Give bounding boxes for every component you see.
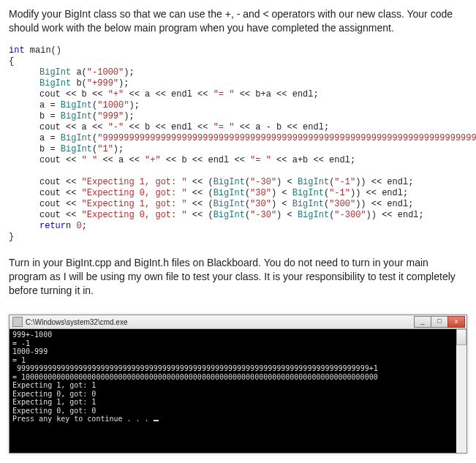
- title-bar[interactable]: C:\Windows\system32\cmd.exe _ □ x: [10, 315, 466, 329]
- console-output[interactable]: 999+-1000 = -1 1000-999 = 1 999999999999…: [10, 329, 466, 453]
- close-button[interactable]: x: [447, 316, 465, 328]
- outro-text: Turn in your BigInt.cpp and BigInt.h fil…: [9, 256, 467, 298]
- maximize-button[interactable]: □: [431, 316, 448, 328]
- code-block: int main() { BigInt a("-1000"); BigInt b…: [9, 45, 467, 243]
- minimize-button[interactable]: _: [414, 316, 431, 328]
- kw-int: int: [9, 45, 25, 56]
- window-title: C:\Windows\system32\cmd.exe: [26, 318, 128, 326]
- scrollbar-thumb[interactable]: [456, 329, 466, 345]
- cursor-icon: [154, 420, 159, 421]
- instruction-text: Modify your BigInt class so that we can …: [9, 7, 467, 35]
- console-window: C:\Windows\system32\cmd.exe _ □ x 999+-1…: [9, 315, 467, 453]
- cmd-icon: [12, 317, 23, 327]
